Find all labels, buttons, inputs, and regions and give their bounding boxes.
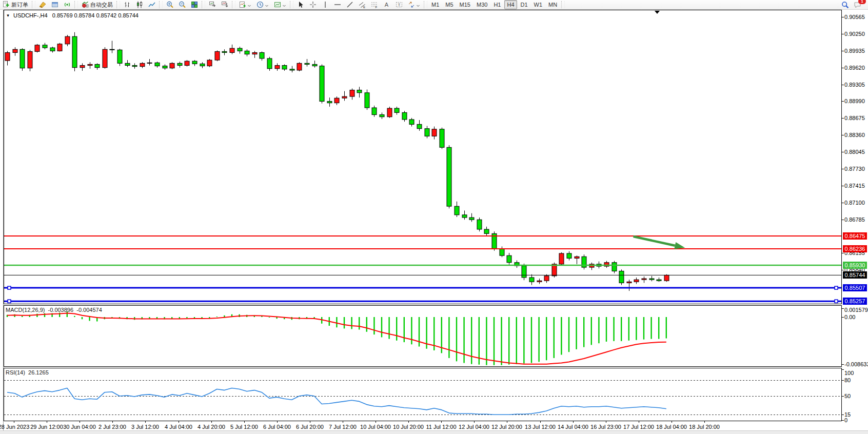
candlestick-icon xyxy=(136,1,143,8)
notifications-button[interactable]: 1 xyxy=(852,0,863,9)
auto-arrange-button[interactable] xyxy=(207,0,218,9)
svg-text:F: F xyxy=(376,6,378,9)
arrows-button[interactable] xyxy=(406,0,422,9)
candle-body xyxy=(342,96,347,98)
candlestick-chart-button[interactable] xyxy=(134,0,145,9)
equidistant-channel-button[interactable]: E xyxy=(357,0,368,9)
caret-down-icon[interactable] xyxy=(265,3,269,7)
candle-body xyxy=(207,60,212,66)
macd-histogram-bar xyxy=(74,316,75,317)
candle-body xyxy=(507,255,511,263)
chart-profiles-button[interactable] xyxy=(37,0,48,9)
candle-body xyxy=(402,112,407,120)
macd-histogram-bar xyxy=(568,317,569,352)
macd-histogram-bar xyxy=(82,317,83,319)
macd-histogram-bar xyxy=(67,311,68,317)
tile-windows-button[interactable] xyxy=(189,0,200,9)
timeframe-m30-button[interactable]: M30 xyxy=(474,0,490,9)
timeframe-m5-button[interactable]: M5 xyxy=(443,0,456,9)
signals-button[interactable] xyxy=(62,0,73,9)
text-label-button[interactable]: T xyxy=(393,0,405,9)
timeframe-w1-button[interactable]: W1 xyxy=(531,0,545,9)
tile-windows-icon xyxy=(191,1,198,8)
hline-icon xyxy=(334,1,341,8)
search-button[interactable] xyxy=(839,0,851,9)
candle-body xyxy=(192,61,197,64)
indicators-button[interactable] xyxy=(237,0,253,9)
caret-down-icon[interactable] xyxy=(282,3,286,7)
candle-body xyxy=(649,279,654,280)
cursor-button[interactable] xyxy=(295,0,306,9)
macd-histogram-bar xyxy=(636,317,637,340)
macd-histogram-bar xyxy=(456,317,457,361)
caret-down-icon[interactable] xyxy=(247,3,251,7)
chart-profile-icon xyxy=(39,1,46,8)
caret-down-icon[interactable] xyxy=(416,3,420,7)
macd-histogram-bar xyxy=(216,317,218,317)
toolbar-separator xyxy=(424,1,427,8)
line-chart-icon xyxy=(148,1,155,8)
candle-body xyxy=(350,90,354,97)
toolbar-group xyxy=(236,0,289,9)
timeframe-mn-button[interactable]: MN xyxy=(546,0,560,9)
new-order-button[interactable]: 新订单 xyxy=(1,0,30,9)
macd-histogram-bar xyxy=(22,316,23,317)
timeframe-m1-button[interactable]: M1 xyxy=(429,0,442,9)
object-line-1-handle[interactable] xyxy=(835,286,838,289)
timeframe-d1-button[interactable]: D1 xyxy=(518,0,530,9)
autotrading-button[interactable]: 自动交易 xyxy=(80,0,115,9)
horizontal-line-button[interactable] xyxy=(332,0,343,9)
object-line-1-handle[interactable] xyxy=(8,286,11,289)
object-line-2-handle[interactable] xyxy=(835,300,838,303)
candle-body xyxy=(20,49,25,68)
timeframe-h1-button[interactable]: H1 xyxy=(491,0,503,9)
candle-body xyxy=(103,49,107,67)
data-window-button[interactable] xyxy=(49,0,61,9)
macd-histogram-bar xyxy=(44,313,45,317)
macd-histogram-bar xyxy=(89,317,90,321)
candle-body xyxy=(320,66,324,102)
candle-body xyxy=(88,64,92,65)
crosshair-button[interactable] xyxy=(307,0,319,9)
candle-body xyxy=(567,253,571,258)
candle-body xyxy=(559,253,564,264)
candle-body xyxy=(634,280,639,282)
text-button[interactable]: A xyxy=(381,0,392,9)
candle-body xyxy=(529,278,534,282)
candle-body xyxy=(275,66,280,69)
timeframe-m15-button[interactable]: M15 xyxy=(457,0,473,9)
candle-body xyxy=(357,90,362,93)
notification-badge: 1 xyxy=(858,0,866,4)
zoom-in-button[interactable] xyxy=(164,0,175,9)
macd-histogram-bar xyxy=(508,317,509,365)
timeframe-h4-button[interactable]: H4 xyxy=(504,0,517,9)
templates-button[interactable] xyxy=(272,0,288,9)
window-bottom-edge xyxy=(0,430,868,434)
fibonacci-button[interactable]: F xyxy=(369,0,380,9)
candle-body xyxy=(477,220,482,229)
candle-body xyxy=(290,69,294,70)
candle-body xyxy=(125,63,130,65)
line-chart-button[interactable] xyxy=(146,0,157,9)
clock-icon xyxy=(257,1,264,8)
toolbar-separator xyxy=(74,1,78,8)
shapes-icon xyxy=(408,1,415,8)
vertical-line-button[interactable] xyxy=(320,0,331,9)
zoom-out-button[interactable] xyxy=(176,0,188,9)
macd-histogram-bar xyxy=(643,317,644,340)
candle-body xyxy=(380,115,384,117)
candle-body xyxy=(552,264,557,276)
candle-body xyxy=(282,66,287,69)
trendline-button[interactable] xyxy=(344,0,356,9)
candle-body xyxy=(35,45,40,52)
candle-body xyxy=(372,108,377,115)
track-chart-button[interactable] xyxy=(219,0,230,9)
new-order-button-label: 新订单 xyxy=(11,1,28,9)
candle-body xyxy=(185,61,189,65)
bar-chart-button[interactable] xyxy=(122,0,133,9)
chart-canvas[interactable] xyxy=(0,0,868,434)
periods-button[interactable] xyxy=(254,0,271,9)
candle-body xyxy=(163,66,167,68)
candle-body xyxy=(43,45,47,48)
object-line-2-handle[interactable] xyxy=(8,300,11,303)
